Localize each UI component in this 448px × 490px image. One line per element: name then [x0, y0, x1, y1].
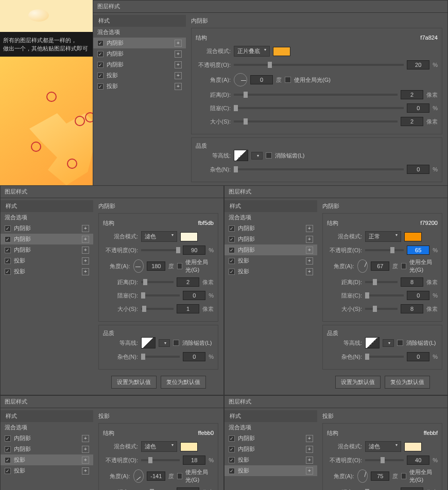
blend-options-item[interactable]: 混合选项	[225, 422, 317, 433]
choke-slider[interactable]	[141, 294, 180, 296]
opacity-slider[interactable]	[141, 459, 180, 461]
style-item-inner[interactable]: 内阴影	[225, 433, 317, 444]
color-swatch[interactable]	[404, 232, 422, 241]
angle-value[interactable]: -141	[147, 471, 165, 481]
blend-mode-select[interactable]: 滤色	[141, 231, 177, 242]
size-value[interactable]: 2	[401, 117, 423, 126]
distance-value[interactable]: 8	[401, 277, 423, 287]
opacity-slider[interactable]	[234, 64, 404, 66]
color-swatch[interactable]	[273, 47, 290, 56]
checkbox-icon[interactable]	[97, 62, 104, 68]
style-item-inner[interactable]: 内阴影	[1, 444, 93, 454]
style-item-inner[interactable]: 内阴影	[225, 244, 317, 255]
style-item-drop[interactable]: 投影	[225, 465, 317, 476]
style-item-inner[interactable]: 内阴影	[1, 244, 93, 255]
opacity-value[interactable]: 40	[407, 456, 429, 465]
style-item-drop[interactable]: 投影	[1, 266, 93, 277]
choke-value[interactable]: 0	[407, 291, 429, 300]
style-item-drop[interactable]: 投影	[225, 266, 317, 277]
style-item-drop[interactable]: 投影	[93, 70, 186, 81]
choke-value[interactable]: 0	[183, 291, 205, 300]
size-value[interactable]: 8	[401, 304, 423, 313]
plus-icon[interactable]	[82, 435, 89, 442]
style-item-inner[interactable]: 内阴影	[225, 234, 317, 244]
style-item-inner[interactable]: 内阴影	[225, 223, 317, 234]
global-light-checkbox[interactable]	[401, 473, 406, 479]
style-item-inner[interactable]: 内阴影	[93, 59, 186, 70]
plus-icon[interactable]	[175, 72, 182, 79]
opacity-value[interactable]: 18	[183, 456, 205, 465]
size-value[interactable]: 1	[177, 304, 199, 313]
plus-icon[interactable]	[82, 247, 89, 254]
noise-slider[interactable]	[141, 356, 180, 358]
choke-slider[interactable]	[365, 294, 404, 296]
reset-button[interactable]: 复位为默认值	[161, 376, 206, 389]
style-item-drop[interactable]: 投影	[1, 465, 93, 476]
blend-mode-select[interactable]: 滤色	[141, 441, 177, 452]
style-item-drop[interactable]: 投影	[93, 81, 186, 92]
checkbox-icon[interactable]	[229, 247, 235, 253]
size-slider[interactable]	[234, 120, 398, 122]
opacity-slider[interactable]	[365, 249, 404, 251]
plus-icon[interactable]	[306, 257, 313, 265]
noise-value[interactable]: 0	[407, 352, 429, 361]
style-item-drop[interactable]: 投影	[1, 255, 93, 266]
blend-options-item[interactable]: 混合选项	[1, 422, 93, 433]
plus-icon[interactable]	[175, 61, 182, 68]
checkbox-icon[interactable]	[5, 236, 11, 242]
angle-dial[interactable]	[234, 73, 247, 86]
blend-mode-select[interactable]: 正常	[365, 231, 401, 242]
checkbox-icon[interactable]	[5, 269, 11, 275]
plus-icon[interactable]	[82, 467, 89, 475]
checkbox-icon[interactable]	[5, 468, 11, 474]
checkbox-icon[interactable]	[229, 269, 235, 275]
checkbox-icon[interactable]	[229, 258, 235, 264]
contour-dropdown[interactable]	[159, 339, 170, 347]
noise-value[interactable]: 0	[407, 165, 429, 174]
blend-options-item[interactable]: 混合选项	[1, 212, 93, 223]
plus-icon[interactable]	[306, 225, 313, 232]
global-light-checkbox[interactable]	[177, 473, 182, 479]
plus-icon[interactable]	[306, 247, 313, 254]
plus-icon[interactable]	[306, 457, 313, 464]
checkbox-icon[interactable]	[229, 468, 235, 474]
plus-icon[interactable]	[82, 446, 89, 453]
distance-value[interactable]: 9	[177, 487, 199, 490]
plus-icon[interactable]	[175, 83, 182, 90]
default-button[interactable]: 设置为默认值	[335, 376, 381, 389]
checkbox-icon[interactable]	[5, 435, 11, 442]
color-swatch[interactable]	[404, 442, 422, 451]
plus-icon[interactable]	[82, 457, 89, 464]
angle-value[interactable]: 67	[371, 261, 389, 271]
size-slider[interactable]	[141, 308, 174, 310]
style-item-drop[interactable]: 投影	[225, 255, 317, 266]
global-light-checkbox[interactable]	[401, 263, 406, 269]
plus-icon[interactable]	[82, 236, 89, 243]
checkbox-icon[interactable]	[229, 457, 235, 463]
style-item-inner[interactable]: 内阴影	[1, 223, 93, 234]
opacity-slider[interactable]	[365, 459, 404, 461]
opacity-value[interactable]: 65	[407, 246, 429, 255]
noise-slider[interactable]	[234, 168, 404, 170]
color-swatch[interactable]	[180, 442, 198, 451]
blend-options-item[interactable]: 混合选项	[93, 27, 186, 38]
angle-dial[interactable]	[357, 469, 368, 483]
plus-icon[interactable]	[82, 225, 89, 232]
contour-dropdown[interactable]	[383, 339, 394, 347]
angle-dial[interactable]	[133, 259, 144, 273]
distance-slider[interactable]	[234, 94, 398, 96]
noise-value[interactable]: 0	[183, 352, 205, 361]
distance-value[interactable]: 0	[401, 487, 423, 490]
checkbox-icon[interactable]	[97, 83, 104, 90]
contour-picker[interactable]	[141, 337, 156, 348]
choke-slider[interactable]	[234, 107, 404, 109]
style-item-inner[interactable]: 内阴影	[93, 38, 186, 48]
angle-value[interactable]: 75	[371, 471, 389, 481]
angle-value[interactable]: 0	[250, 75, 273, 84]
distance-value[interactable]: 2	[177, 277, 199, 287]
style-item-inner[interactable]: 内阴影	[1, 433, 93, 444]
contour-dropdown[interactable]	[251, 152, 263, 160]
plus-icon[interactable]	[306, 467, 313, 475]
plus-icon[interactable]	[306, 435, 313, 442]
angle-dial[interactable]	[357, 259, 368, 273]
